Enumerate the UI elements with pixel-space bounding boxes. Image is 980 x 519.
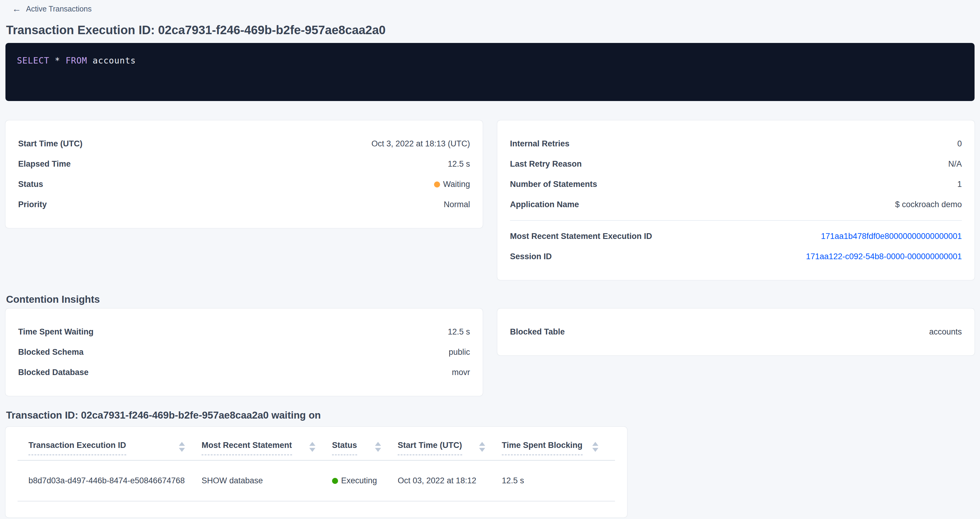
blocked-database-value: movr: [452, 367, 470, 378]
blocked-schema-value: public: [449, 347, 470, 358]
time-spent-waiting-value: 12.5 s: [448, 326, 470, 338]
contention-insights-heading: Contention Insights: [6, 293, 975, 306]
cell-status: Executing: [332, 460, 398, 501]
last-retry-reason-value: N/A: [948, 159, 962, 170]
column-label[interactable]: Status: [332, 440, 357, 455]
blocked-database-label: Blocked Database: [18, 367, 89, 378]
status-value: Waiting: [443, 179, 470, 189]
sort-arrows-icon[interactable]: [309, 442, 315, 452]
status-badge: Waiting: [434, 179, 470, 190]
session-id-link[interactable]: 171aa122-c092-54b8-0000-000000000001: [806, 251, 962, 262]
status-row: Status Waiting: [18, 174, 470, 194]
application-name-label: Application Name: [510, 199, 579, 210]
overview-left-card: Start Time (UTC) Oct 3, 2022 at 18:13 (U…: [5, 121, 483, 228]
blocked-schema-row: Blocked Schema public: [18, 342, 470, 362]
internal-retries-label: Internal Retries: [510, 138, 570, 149]
statement-execution-id-label: Most Recent Statement Execution ID: [510, 231, 652, 242]
table-row: b8d7d03a-d497-446b-8474-e50846674768 SHO…: [18, 460, 615, 501]
application-name-row: Application Name $ cockroach demo: [510, 194, 962, 215]
number-of-statements-row: Number of Statements 1: [510, 174, 962, 194]
sort-arrows-icon[interactable]: [179, 442, 185, 452]
internal-retries-value: 0: [957, 138, 962, 149]
cell-start-time: Oct 03, 2022 at 18:12: [398, 460, 502, 501]
breadcrumb-back-link[interactable]: ← Active Transactions: [5, 0, 92, 13]
contention-right-card: Blocked Table accounts: [497, 308, 975, 356]
sql-table-name: accounts: [87, 56, 136, 66]
start-time-value: Oct 3, 2022 at 18:13 (UTC): [371, 138, 470, 149]
table-header-row: Transaction Execution ID Most Recent Sta…: [18, 427, 615, 460]
time-spent-waiting-label: Time Spent Waiting: [18, 326, 94, 338]
last-retry-reason-row: Last Retry Reason N/A: [510, 154, 962, 174]
sort-arrows-icon[interactable]: [479, 442, 485, 452]
column-header-status[interactable]: Status: [332, 427, 398, 460]
contention-cards: Time Spent Waiting 12.5 s Blocked Schema…: [5, 308, 975, 396]
sql-text: *: [49, 56, 66, 66]
number-of-statements-label: Number of Statements: [510, 179, 597, 190]
priority-label: Priority: [18, 199, 47, 210]
card-divider: [510, 220, 962, 221]
last-retry-reason-label: Last Retry Reason: [510, 159, 582, 170]
back-arrow-icon[interactable]: ←: [12, 4, 21, 13]
sql-keyword: SELECT: [17, 56, 49, 66]
sort-arrows-icon[interactable]: [375, 442, 381, 452]
blocked-table-row: Blocked Table accounts: [510, 322, 962, 342]
breadcrumb-label[interactable]: Active Transactions: [26, 5, 92, 13]
cell-status-value: Executing: [341, 476, 377, 485]
column-header-time-spent-blocking[interactable]: Time Spent Blocking: [502, 427, 615, 460]
contention-left-card: Time Spent Waiting 12.5 s Blocked Schema…: [5, 308, 483, 396]
transaction-details-page: ← Active Transactions Transaction Execut…: [0, 0, 980, 517]
session-id-label: Session ID: [510, 251, 552, 262]
overview-cards: Start Time (UTC) Oct 3, 2022 at 18:13 (U…: [5, 121, 975, 280]
column-label[interactable]: Transaction Execution ID: [29, 440, 126, 455]
column-header-most-recent-statement[interactable]: Most Recent Statement: [202, 427, 332, 460]
sql-keyword: FROM: [66, 56, 87, 66]
statement-execution-id-link[interactable]: 171aa1b478fdf0e80000000000000001: [821, 231, 962, 242]
sql-statement-box: SELECT * FROM accounts: [5, 43, 975, 101]
elapsed-time-row: Elapsed Time 12.5 s: [18, 154, 470, 174]
blocked-database-row: Blocked Database movr: [18, 362, 470, 383]
status-executing-dot-icon: [332, 478, 338, 484]
elapsed-time-value: 12.5 s: [448, 159, 470, 170]
blocked-schema-label: Blocked Schema: [18, 347, 84, 358]
time-spent-waiting-row: Time Spent Waiting 12.5 s: [18, 322, 470, 342]
status-label: Status: [18, 179, 43, 190]
priority-row: Priority Normal: [18, 194, 470, 215]
status-waiting-dot-icon: [434, 181, 440, 187]
column-label[interactable]: Start Time (UTC): [398, 440, 462, 455]
start-time-row: Start Time (UTC) Oct 3, 2022 at 18:13 (U…: [18, 134, 470, 154]
start-time-label: Start Time (UTC): [18, 138, 83, 149]
priority-value: Normal: [444, 199, 470, 210]
cell-time-blocking: 12.5 s: [502, 460, 615, 501]
session-id-row: Session ID 171aa122-c092-54b8-0000-00000…: [510, 246, 962, 267]
column-header-start-time[interactable]: Start Time (UTC): [398, 427, 502, 460]
blocked-table-value: accounts: [929, 326, 962, 338]
number-of-statements-value: 1: [957, 179, 962, 190]
waiting-on-heading: Transaction ID: 02ca7931-f246-469b-b2fe-…: [6, 409, 975, 422]
blocked-table-label: Blocked Table: [510, 326, 565, 338]
statement-execution-id-row: Most Recent Statement Execution ID 171aa…: [510, 226, 962, 246]
internal-retries-row: Internal Retries 0: [510, 134, 962, 154]
column-label[interactable]: Most Recent Statement: [202, 440, 292, 455]
column-label[interactable]: Time Spent Blocking: [502, 440, 582, 455]
waiting-on-table-card: Transaction Execution ID Most Recent Sta…: [5, 427, 627, 517]
cell-statement: SHOW database: [202, 460, 332, 501]
cell-execution-id: b8d7d03a-d497-446b-8474-e50846674768: [18, 460, 202, 501]
page-title: Transaction Execution ID: 02ca7931-f246-…: [6, 22, 975, 38]
sort-arrows-icon[interactable]: [592, 442, 598, 452]
elapsed-time-label: Elapsed Time: [18, 159, 71, 170]
application-name-value: $ cockroach demo: [895, 199, 962, 210]
overview-right-card: Internal Retries 0 Last Retry Reason N/A…: [497, 121, 975, 280]
column-header-transaction-execution-id[interactable]: Transaction Execution ID: [18, 427, 202, 460]
waiting-on-table: Transaction Execution ID Most Recent Sta…: [18, 427, 615, 502]
